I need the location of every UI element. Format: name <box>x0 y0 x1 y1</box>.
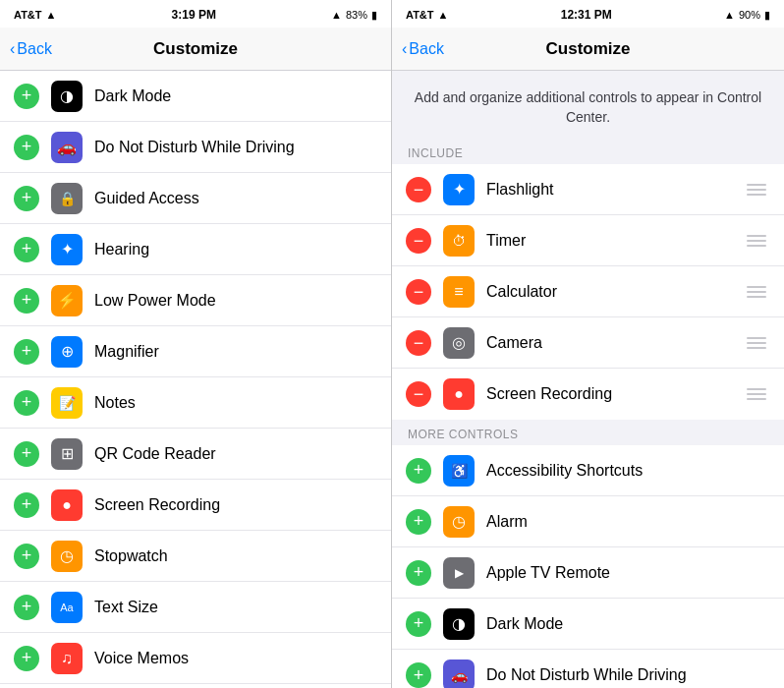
add-button-voice-memos[interactable] <box>14 646 39 671</box>
remove-button-timer[interactable] <box>406 228 431 254</box>
included-list: ✦ Flashlight ⏱ Timer ≡ Calculator <box>392 164 784 420</box>
item-label-qr-code-reader: QR Code Reader <box>94 445 377 463</box>
left-location-icon: ▲ <box>331 9 342 21</box>
icon-hearing: ✦ <box>51 234 83 265</box>
list-item: 📝 Notes <box>0 377 391 429</box>
right-back-chevron: ‹ <box>402 40 407 58</box>
add-button-dark-mode-r[interactable] <box>406 611 431 637</box>
left-items-list: ◑ Dark Mode 🚗 Do Not Disturb While Drivi… <box>0 71 391 688</box>
icon-accessibility-shortcuts: ♿ <box>443 455 475 487</box>
item-label-text-size: Text Size <box>94 599 377 616</box>
icon-text-size: Aa <box>51 592 83 623</box>
left-time: 3:19 PM <box>172 8 216 22</box>
left-status-bar: AT&T ▲ 3:19 PM ▲ 83% ▮ <box>0 0 391 28</box>
icon-flashlight: ✦ <box>443 174 475 205</box>
icon-alarm: ◷ <box>443 506 475 538</box>
add-button-qr-code-reader[interactable] <box>14 441 39 467</box>
right-carrier: AT&T <box>406 9 434 21</box>
list-item: ♫ Voice Memos <box>0 633 391 684</box>
add-button-apple-tv-remote[interactable] <box>406 560 431 586</box>
list-item: ⚡ Low Power Mode <box>0 275 391 326</box>
included-list-item: ◎ Camera <box>392 317 784 369</box>
add-button-hearing[interactable] <box>14 237 39 262</box>
list-item: 🚗 Do Not Disturb While Driving <box>0 122 391 173</box>
left-battery-icon: ▮ <box>371 9 377 22</box>
item-label-calculator: Calculator <box>486 283 731 301</box>
add-button-accessibility-shortcuts[interactable] <box>406 458 431 484</box>
item-label-hearing: Hearing <box>94 241 377 258</box>
left-status-right: ▲ 83% ▮ <box>331 9 377 22</box>
more-controls-item: ▶ Apple TV Remote <box>392 547 784 599</box>
right-phone-panel: AT&T ▲ 12:31 PM ▲ 90% ▮ ‹ Back Customize… <box>392 0 784 688</box>
add-button-alarm[interactable] <box>406 509 431 535</box>
right-status-right: ▲ 90% ▮ <box>724 9 770 22</box>
add-button-magnifier[interactable] <box>14 339 39 365</box>
right-scroll-area[interactable]: INCLUDE ✦ Flashlight ⏱ Timer ≡ Calculato <box>392 139 784 688</box>
item-label-stopwatch: Stopwatch <box>94 547 377 565</box>
item-label-screen-recording-r: Screen Recording <box>486 385 731 403</box>
list-item: ◼ Wallet <box>0 684 391 688</box>
more-controls-list: ♿ Accessibility Shortcuts ◷ Alarm ▶ Appl… <box>392 445 784 688</box>
icon-calculator: ≡ <box>443 276 475 308</box>
item-label-camera: Camera <box>486 334 731 352</box>
list-item: ⊕ Magnifier <box>0 326 391 377</box>
right-back-label: Back <box>409 40 444 58</box>
icon-dark-mode: ◑ <box>51 81 83 112</box>
add-button-dark-mode[interactable] <box>14 84 39 109</box>
icon-low-power-mode: ⚡ <box>51 285 83 316</box>
drag-handle-flashlight[interactable] <box>743 180 770 200</box>
drag-handle-camera[interactable] <box>743 333 770 353</box>
left-phone-panel: AT&T ▲ 3:19 PM ▲ 83% ▮ ‹ Back Customize … <box>0 0 392 688</box>
add-button-text-size[interactable] <box>14 595 39 620</box>
included-list-item: ● Screen Recording <box>392 369 784 420</box>
add-button-guided-access[interactable] <box>14 186 39 211</box>
item-label-dark-mode-r: Dark Mode <box>486 615 770 633</box>
drag-handle-screen-recording-r[interactable] <box>743 384 770 404</box>
right-back-button[interactable]: ‹ Back <box>402 40 444 58</box>
icon-camera: ◎ <box>443 327 475 359</box>
included-list-item: ≡ Calculator <box>392 266 784 317</box>
add-button-do-not-disturb[interactable] <box>14 135 39 160</box>
icon-apple-tv-remote: ▶ <box>443 557 475 589</box>
list-item: Aa Text Size <box>0 582 391 633</box>
drag-handle-calculator[interactable] <box>743 282 770 302</box>
more-controls-item: ♿ Accessibility Shortcuts <box>392 445 784 496</box>
item-label-notes: Notes <box>94 394 377 412</box>
add-button-notes[interactable] <box>14 390 39 416</box>
remove-button-camera[interactable] <box>406 330 431 356</box>
icon-stopwatch: ◷ <box>51 541 83 572</box>
right-description: Add and organize additional controls to … <box>392 71 784 139</box>
left-back-button[interactable]: ‹ Back <box>10 40 52 58</box>
icon-notes: 📝 <box>51 387 83 419</box>
remove-button-calculator[interactable] <box>406 279 431 305</box>
right-status-bar: AT&T ▲ 12:31 PM ▲ 90% ▮ <box>392 0 784 28</box>
left-back-label: Back <box>17 40 52 58</box>
item-label-alarm: Alarm <box>486 513 770 531</box>
left-battery: 83% <box>346 9 367 21</box>
item-label-low-power-mode: Low Power Mode <box>94 292 377 310</box>
item-label-timer: Timer <box>486 232 731 250</box>
add-button-screen-recording[interactable] <box>14 492 39 518</box>
right-wifi-icon: ▲ <box>438 9 449 21</box>
left-nav-title: Customize <box>153 39 238 59</box>
icon-voice-memos: ♫ <box>51 643 83 674</box>
add-button-stopwatch[interactable] <box>14 544 39 569</box>
drag-handle-timer[interactable] <box>743 231 770 251</box>
item-label-accessibility-shortcuts: Accessibility Shortcuts <box>486 462 770 480</box>
icon-magnifier: ⊕ <box>51 336 83 368</box>
list-item: ⊞ QR Code Reader <box>0 429 391 480</box>
right-status-left: AT&T ▲ <box>406 9 448 21</box>
left-back-chevron: ‹ <box>10 40 15 58</box>
right-location-icon: ▲ <box>724 9 735 21</box>
right-battery-icon: ▮ <box>764 9 770 22</box>
add-button-do-not-disturb-r[interactable] <box>406 662 431 688</box>
remove-button-screen-recording-r[interactable] <box>406 381 431 407</box>
item-label-guided-access: Guided Access <box>94 190 377 207</box>
left-wifi-icon: ▲ <box>46 9 57 21</box>
remove-button-flashlight[interactable] <box>406 177 431 202</box>
add-button-low-power-mode[interactable] <box>14 288 39 314</box>
right-battery: 90% <box>739 9 760 21</box>
right-nav-title: Customize <box>546 39 631 59</box>
left-nav-bar: ‹ Back Customize <box>0 28 391 71</box>
item-label-dark-mode: Dark Mode <box>94 87 377 105</box>
